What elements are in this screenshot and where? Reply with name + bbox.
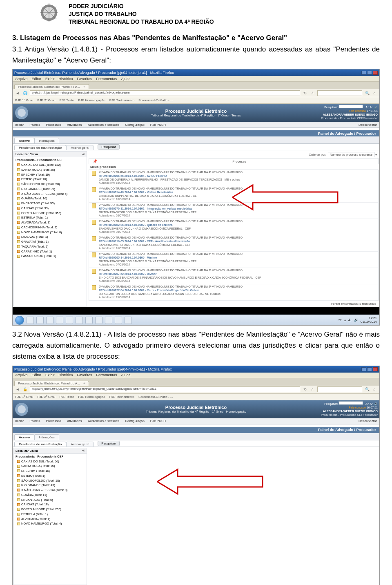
sidebar-item[interactable]: ENCANTADO (Total: 53) (17, 201, 87, 206)
bookmark-link[interactable]: PJE Teste (60, 98, 74, 102)
menu-historico[interactable]: Histórico (59, 77, 73, 81)
menu-audiencias[interactable]: Audiências e sessões (88, 419, 119, 423)
sidebar-item[interactable]: ERECHIM (Total: 16) (17, 469, 87, 473)
taskbar-app-icon[interactable] (85, 317, 93, 324)
sidebar-item[interactable]: PORTO ALEGRE (Total: 236) (17, 507, 87, 512)
tray-network-icon[interactable]: 🖧 (348, 318, 352, 322)
process-flag-icon[interactable] (91, 171, 97, 185)
tab-intimacoes[interactable]: Intimações (34, 138, 59, 143)
taskbar-app-icon[interactable] (46, 317, 53, 324)
sidebar-item[interactable]: NOVO HAMBURGO (Total: 8) (17, 230, 87, 235)
taskbar-ie-icon[interactable] (27, 317, 34, 324)
fale-conosco-link[interactable]: Fale conosco (349, 109, 366, 112)
sidebar-item[interactable]: CAXIAS DO SUL (Total: 56) (17, 459, 87, 464)
bookmark-link[interactable]: PJE 1º Grau (15, 98, 33, 102)
menu-configuracao[interactable]: Configuração (125, 123, 145, 127)
sidebar-item[interactable]: X NÃO USAR – PSSCAI (Total: 3) (17, 488, 87, 493)
taskbar-app-icon[interactable] (76, 317, 83, 324)
sidebar-item[interactable]: ERECHIM (Total: 19) (17, 172, 87, 177)
menu-audiencias[interactable]: Audiências e sessões (88, 123, 119, 127)
sidebar-item[interactable]: TAQUARA (Total: 1) (17, 244, 87, 249)
taskbar-explorer-icon[interactable] (36, 317, 44, 324)
bookmark-link[interactable]: PJE 2º Grau (37, 395, 55, 399)
subtab-acervo-geral[interactable]: Acervo geral (66, 442, 94, 447)
menu-favoritos[interactable]: Favoritos (77, 373, 92, 377)
browser-tab[interactable]: Processo Judicial Eletrônico: Painel do … (14, 381, 89, 386)
sidebar-item[interactable]: CANOAS (Total: 18) (17, 502, 87, 507)
reload-icon[interactable]: ⟲ (303, 387, 307, 392)
chevron-down-icon[interactable]: ▾ (375, 153, 377, 156)
taskbar-firefox-icon[interactable] (115, 317, 122, 324)
taskbar-clock[interactable]: 17:21 01/10/2014 (361, 317, 377, 324)
process-flag-icon[interactable] (91, 187, 97, 201)
pesquisar-button[interactable]: Pesquisar (98, 144, 120, 150)
process-row[interactable]: 2ª VARA DO TRABALHO DE NOVO HAMBURGO/JUI… (89, 203, 378, 219)
menu-exibir[interactable]: Exibir (45, 77, 55, 81)
menu-pjepush[interactable]: PJe PUSH (150, 123, 166, 127)
process-row[interactable]: 2ª VARA DO TRABALHO DE NOVO HAMBURGO/JUI… (89, 268, 378, 284)
sidebar-item[interactable]: GUAÍBA (Total: 11) (17, 493, 87, 498)
tab-acervo[interactable]: Acervo (14, 138, 34, 143)
menu-favoritos[interactable]: Favoritos (77, 77, 92, 81)
taskbar-word-icon[interactable] (95, 317, 102, 324)
sidebar-item[interactable]: ALVORADA (Total: 1) (17, 220, 87, 225)
close-button[interactable] (373, 71, 378, 75)
bookmark-link[interactable]: PJE 1º Grau (15, 395, 33, 399)
collapse-icon[interactable]: ≪ (82, 153, 85, 156)
sidebar-item[interactable]: RIO GRANDE (Total: 39) (17, 187, 87, 192)
sidebar-item[interactable]: ESTEIO (Total: 10) (17, 177, 87, 182)
firefox-menubar[interactable]: Arquivo Editar Exibir Histórico Favorito… (13, 76, 379, 82)
back-icon[interactable]: ◄ (15, 91, 20, 96)
sidebar-item[interactable]: RIO GRANDE (Total: 43) (17, 483, 87, 488)
bookmark-link[interactable]: PJE Treinamento (109, 395, 134, 399)
bookmark-link[interactable]: PJE Homologação (78, 395, 105, 399)
menu-iniciar[interactable]: Iniciar (15, 123, 24, 127)
bookmark-star-icon[interactable]: ☆ (310, 91, 315, 96)
sidebar-item[interactable]: SANTA ROSA (Total: 15) (17, 464, 87, 469)
menu-pjepush[interactable]: PJe PUSH (150, 419, 166, 423)
sidebar-item[interactable]: GRAVATAÍ (Total: 1) (17, 239, 87, 244)
desconectar-link[interactable]: Desconectar (359, 419, 377, 423)
firefox-menubar[interactable]: Arquivo Editar Exibir Histórico Favorito… (13, 373, 379, 378)
taskbar-lang[interactable]: PT (338, 318, 342, 322)
menu-ferramentas[interactable]: Ferramentas (96, 77, 117, 81)
taskbar-app-icon[interactable] (56, 317, 63, 324)
menu-atividades[interactable]: Atividades (67, 419, 82, 423)
menu-arquivo[interactable]: Arquivo (15, 77, 28, 81)
menu-historico[interactable]: Histórico (59, 373, 73, 377)
sidebar-item[interactable]: SANTA ROSA (Total: 25) (17, 167, 87, 172)
bookmark-link[interactable]: PJE Treinamento (109, 98, 134, 102)
menu-processos[interactable]: Processos (46, 419, 61, 423)
accessibility-icons[interactable]: A⁺ A⁻ 🔊 (365, 402, 378, 405)
sidebar-item[interactable]: ESTRELA (Total: 1) (17, 512, 87, 517)
header-search-input[interactable] (339, 401, 363, 405)
bookmark-star-icon[interactable]: ☆ (310, 387, 315, 392)
search-icon[interactable]: 🔍 (365, 387, 370, 392)
tray-flag-icon[interactable]: ▴ (344, 318, 346, 322)
sidebar-item[interactable]: GUAÍBA (Total: 16) (17, 196, 87, 201)
browser-search-input[interactable] (317, 386, 362, 392)
minimize-button[interactable] (361, 71, 366, 75)
close-button[interactable] (373, 367, 378, 371)
process-row[interactable]: 4ª VARA DO TRABALHO DE NOVO HAMBURGO/JUI… (89, 170, 378, 186)
header-search-input[interactable] (339, 105, 363, 108)
sidebar-root[interactable]: Procuradoria - Procuradoria CEF (14, 157, 87, 163)
sidebar-item[interactable]: ESTRELA (Total: 1) (17, 215, 87, 220)
sidebar-item[interactable]: CACHOEIRINHA (Total: 1) (17, 225, 87, 230)
process-flag-icon[interactable] (91, 236, 97, 250)
menu-arquivo[interactable]: Arquivo (15, 373, 28, 377)
tab-acervo[interactable]: Acervo (14, 434, 34, 440)
process-row[interactable]: 2ª VARA DO TRABALHO DE NOVO HAMBURGO/JUI… (89, 235, 378, 252)
url-input[interactable]: https://pjehml.trt4.jus.br/primeirograu/… (30, 386, 300, 392)
process-flag-icon[interactable] (91, 220, 97, 234)
bookmark-link[interactable]: Screencast-O-Matic - ... (138, 395, 173, 399)
accessibility-icons[interactable]: A⁺ A⁻ 🔊 (365, 106, 378, 109)
minimize-button[interactable] (361, 367, 366, 371)
taskbar-app-icon[interactable] (66, 317, 73, 324)
sidebar-item[interactable]: SÃO LEOPOLDO (Total: 18) (17, 478, 87, 483)
sidebar-item[interactable]: ESTEIO (Total: 1) (17, 473, 87, 478)
process-row[interactable]: 2ª VARA DO TRABALHO DE NOVO HAMBURGO/JUI… (89, 284, 378, 301)
subtab-acervo-geral[interactable]: Acervo geral (66, 145, 94, 150)
menu-editar[interactable]: Editar (32, 373, 42, 377)
sidebar-item[interactable]: CAXIAS DO SUL (Total: 132) (17, 163, 87, 167)
